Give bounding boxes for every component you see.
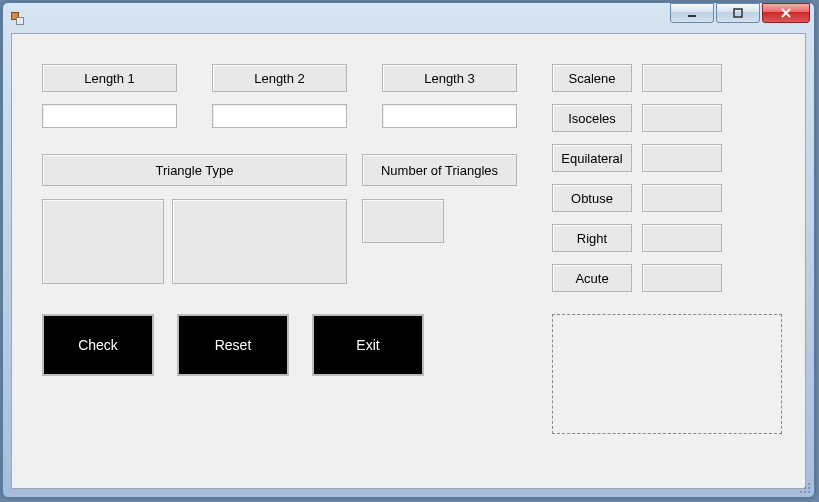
check-button[interactable]: Check	[42, 314, 154, 376]
svg-point-7	[800, 491, 802, 493]
length1-input[interactable]	[42, 104, 177, 128]
equilateral-label: Equilateral	[552, 144, 632, 172]
svg-point-4	[808, 483, 810, 485]
scalene-value	[642, 64, 722, 92]
close-button[interactable]	[762, 3, 810, 23]
window-frame: Length 1 Length 2 Length 3 Triangle Type…	[2, 2, 815, 498]
maximize-button[interactable]	[716, 3, 760, 23]
svg-rect-1	[734, 9, 742, 17]
svg-point-8	[804, 491, 806, 493]
length1-label: Length 1	[42, 64, 177, 92]
number-of-triangles-output	[362, 199, 444, 243]
length3-label: Length 3	[382, 64, 517, 92]
reset-button[interactable]: Reset	[177, 314, 289, 376]
resize-grip[interactable]	[797, 480, 813, 496]
svg-point-6	[808, 487, 810, 489]
isoceles-label: Isoceles	[552, 104, 632, 132]
acute-value	[642, 264, 722, 292]
right-label: Right	[552, 224, 632, 252]
exit-button[interactable]: Exit	[312, 314, 424, 376]
app-icon	[11, 10, 27, 26]
length3-input[interactable]	[382, 104, 517, 128]
svg-point-9	[808, 491, 810, 493]
right-value	[642, 224, 722, 252]
svg-point-5	[804, 487, 806, 489]
title-bar[interactable]	[3, 3, 814, 33]
triangle-type-output-1	[42, 199, 164, 284]
triangle-type-output-2	[172, 199, 347, 284]
length2-input[interactable]	[212, 104, 347, 128]
client-area: Length 1 Length 2 Length 3 Triangle Type…	[11, 33, 806, 489]
scalene-label: Scalene	[552, 64, 632, 92]
window-controls	[670, 3, 810, 23]
acute-label: Acute	[552, 264, 632, 292]
equilateral-value	[642, 144, 722, 172]
number-of-triangles-label: Number of Triangles	[362, 154, 517, 186]
triangle-type-label: Triangle Type	[42, 154, 347, 186]
length2-label: Length 2	[212, 64, 347, 92]
obtuse-value	[642, 184, 722, 212]
isoceles-value	[642, 104, 722, 132]
minimize-button[interactable]	[670, 3, 714, 23]
summary-panel	[552, 314, 782, 434]
obtuse-label: Obtuse	[552, 184, 632, 212]
